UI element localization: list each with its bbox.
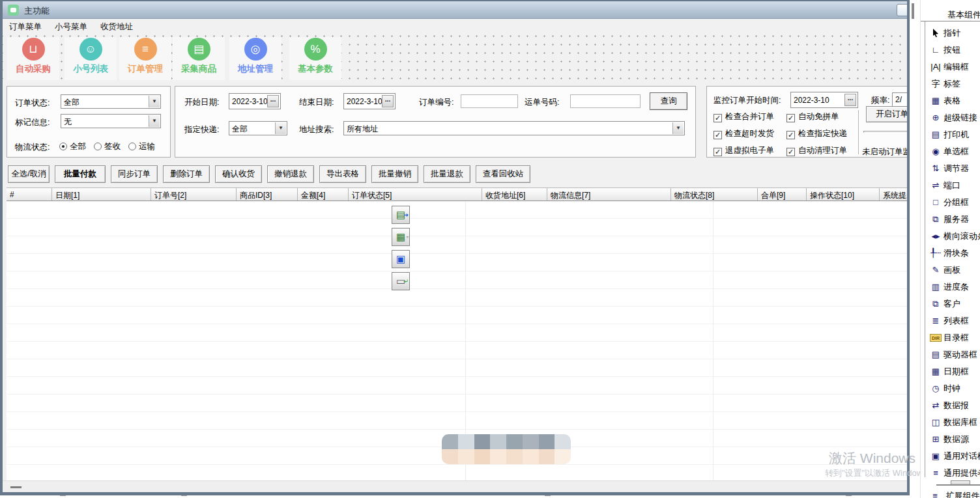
frequency-input[interactable]: 2/ [892,92,907,107]
end-date-input[interactable]: 2022-3-10 ... [343,93,396,109]
order-no-input[interactable] [461,94,518,108]
start-monitor-button[interactable]: 开启订单监控 [866,106,907,122]
action-button-10[interactable]: 查看回收站 [476,165,530,183]
column-header-10[interactable]: 合单[9] [758,188,807,201]
toolbox-tab-extended[interactable]: ≡ 扩展组件 [927,490,979,498]
toolbox-item-database-box[interactable]: ◫数据库框 [928,416,977,432]
column-header-8[interactable]: 物流信息[7] [547,188,671,201]
toolbox-item-listbox[interactable]: ≣列表框 [928,314,969,330]
action-button-8[interactable]: 批量撤销 [371,165,418,183]
toolbox-item-progressbar[interactable]: ▥进度条 [928,281,969,296]
column-header-9[interactable]: 物流状态[8] [671,188,758,201]
toolbox-splitter-handle[interactable] [951,480,970,485]
monitor-checkbox-3[interactable]: ✓检查指定快递 [786,128,847,139]
checkbox-icon[interactable]: ✓ [786,131,795,139]
end-date-picker-button[interactable]: ... [382,95,394,107]
chevron-down-icon[interactable]: ▼ [275,122,286,134]
column-header-2[interactable]: 日期[1] [52,188,151,201]
action-button-6[interactable]: 撤销退款 [267,165,314,183]
action-button-5[interactable]: 确认收货 [215,165,262,183]
start-date-input[interactable]: 2022-3-10 ... [229,93,281,109]
column-header-4[interactable]: 商品ID[3] [237,188,298,201]
address-search-combo[interactable]: 所有地址▼ [343,121,685,135]
toolbox-item-radio[interactable]: ◉单选框 [928,145,969,161]
toolbox-item-grid[interactable]: ▦表格 [928,94,960,110]
radio-icon[interactable] [94,143,102,150]
toolbox-item-datagram[interactable]: ⇄数据报 [928,399,969,415]
toolbox-item-dirbox[interactable]: DIR目录框 [928,331,969,347]
toolbox-item-slider[interactable]: ╀┄滑块条 [928,247,969,262]
toolbox-item-spinner[interactable]: ⇅调节器 [928,162,969,178]
checkbox-icon[interactable]: ✓ [713,131,722,139]
column-header-3[interactable]: 订单号[2] [151,188,237,201]
dialog-form-icon[interactable]: ▣ [392,250,410,268]
logistics-radio-运输[interactable]: 运输 [128,142,155,151]
toolbar-3[interactable]: ≡订单管理 [119,37,171,80]
action-button-3[interactable]: 同步订单 [111,165,158,183]
mark-info-combo[interactable]: 无▼ [61,114,161,128]
monitor-checkbox-2[interactable]: ✓检查超时发货 [713,128,774,139]
order-status-combo[interactable]: 全部▼ [61,94,161,109]
toolbox-item-editbox[interactable]: |A|编辑框 [928,61,969,76]
start-date-picker-button[interactable]: ... [267,95,279,107]
column-header-11[interactable]: 操作状态[10] [807,188,880,201]
monitor-start-time-input[interactable]: 2022-3-10 ... [790,92,858,108]
column-header-7[interactable]: 收货地址[6] [482,188,547,201]
logistics-radio-签收[interactable]: 签收 [94,142,121,151]
toolbox-item-port[interactable]: ⇌端口 [928,179,960,195]
toolbox-item-drivebox[interactable]: ▤驱动器框 [928,348,977,364]
toolbox-item-pointer[interactable]: 指针 [928,27,960,42]
action-button-1[interactable]: 全选/取消 [8,165,50,183]
monitor-checkbox-1[interactable]: ✓自动免拼单 [786,111,839,122]
monitor-checkbox-0[interactable]: ✓检查合并订单 [713,111,774,122]
toolbar-2[interactable]: ☺小号列表 [65,37,117,80]
minimize-button[interactable] [897,4,907,16]
monitor-date-picker-button[interactable]: ... [844,94,856,106]
radio-icon[interactable] [59,143,67,150]
column-header-1[interactable]: # [7,188,52,201]
action-button-9[interactable]: 批量退款 [424,165,470,183]
toolbox-item-groupbox[interactable]: □分组框 [928,196,969,212]
toolbox-tab-basic[interactable]: 基本组件 [921,7,980,21]
toolbox-item-printer[interactable]: ▤打印机 [928,128,969,144]
toolbar-6[interactable]: %基本参数 [289,37,341,80]
toolbox-item-datasource[interactable]: ⊞数据源 [928,433,969,449]
tracking-no-input[interactable] [570,94,641,108]
excel-window-icon[interactable]: ▦▫ [392,228,410,246]
action-button-7[interactable]: 导出表格 [319,165,366,183]
chevron-down-icon[interactable]: ▼ [149,96,160,107]
toolbox-item-datebox[interactable]: ▦日期框 [928,365,969,381]
chevron-down-icon[interactable]: ▼ [149,115,160,127]
toolbox-item-clock[interactable]: ◷时钟 [928,382,960,398]
toolbox-item-server[interactable]: ⧉服务器 [928,213,969,228]
window-import-icon[interactable]: ▭↵ [392,272,410,290]
toolbox-item-client[interactable]: ⧉客户 [928,297,960,313]
express-combo[interactable]: 全部▼ [229,121,287,135]
column-header-5[interactable]: 金额[4] [298,188,349,201]
toolbox-item-canvas[interactable]: ✎画板 [928,264,960,279]
checkbox-icon[interactable]: ✓ [786,114,795,122]
checkbox-icon[interactable]: ✓ [713,148,722,156]
column-header-6[interactable]: 订单状态[5] [349,188,482,201]
monitor-checkbox-4[interactable]: ✓退虚拟电子单 [713,145,774,156]
chevron-down-icon[interactable]: ▼ [672,122,684,134]
toolbox-item-button[interactable]: ∟按钮 [928,44,960,59]
menu-item-1[interactable]: 小号菜单 [48,19,94,33]
checkbox-icon[interactable]: ✓ [786,148,795,156]
toolbar-4[interactable]: ▤采集商品 [173,37,225,80]
toolbox-item-label[interactable]: 字标签 [928,77,960,93]
toolbox-item-hyperlink[interactable]: ⊕超级链接 [928,111,977,127]
toolbar-1[interactable]: ⊔自动采购 [7,37,59,80]
monitor-checkbox-5[interactable]: ✓自动清理订单 [786,145,847,156]
action-button-4[interactable]: 删除订单 [163,165,210,183]
query-button[interactable]: 查询 [650,92,687,110]
toolbox-item-common-dialog[interactable]: ▣通用对话框 [928,450,980,465]
menu-item-0[interactable]: 订单菜单 [3,19,48,33]
logistics-radio-全部[interactable]: 全部 [59,142,86,151]
radio-icon[interactable] [128,143,136,150]
export-excel-icon[interactable]: ▤➜ [392,206,410,224]
title-bar[interactable]: 主功能 [3,1,907,19]
action-button-2[interactable]: 批量付款 [55,165,106,183]
checkbox-icon[interactable]: ✓ [713,114,722,122]
toolbar-5[interactable]: ◎地址管理 [229,37,281,80]
